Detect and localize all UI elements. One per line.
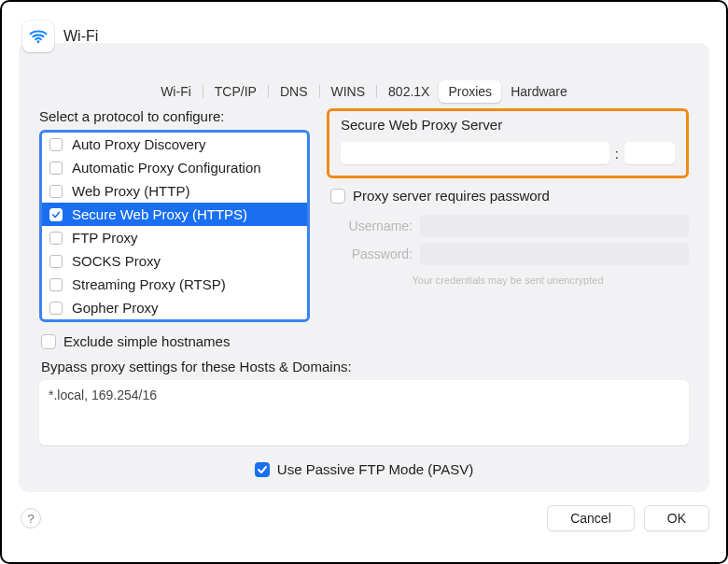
tab-separator <box>268 85 269 98</box>
tab-802-1x[interactable]: 802.1X <box>379 80 439 103</box>
requires-password-checkbox[interactable] <box>330 189 345 204</box>
protocol-checkbox[interactable] <box>49 232 63 245</box>
page-title: Wi-Fi <box>63 28 98 45</box>
protocol-list[interactable]: Auto Proxy DiscoveryAutomatic Proxy Conf… <box>39 130 310 322</box>
exclude-hostnames-checkbox[interactable] <box>41 334 56 349</box>
tab-wi-fi[interactable]: Wi-Fi <box>151 80 201 103</box>
host-port-separator: : <box>615 146 619 162</box>
protocol-checkbox[interactable] <box>49 208 63 221</box>
wifi-icon <box>22 21 54 52</box>
ok-button[interactable]: OK <box>644 505 709 531</box>
protocol-label: FTP Proxy <box>72 230 138 246</box>
tab-bar: Wi-FiTCP/IPDNSWINS802.1XProxiesHardware <box>39 80 689 103</box>
protocol-label: Streaming Proxy (RTSP) <box>72 276 226 292</box>
dialog-footer: ? Cancel OK <box>19 505 709 531</box>
protocol-item[interactable]: Secure Web Proxy (HTTPS) <box>42 203 307 226</box>
proxy-host-input[interactable] <box>341 142 609 164</box>
tab-wins[interactable]: WINS <box>322 80 375 103</box>
network-proxies-dialog: Wi-Fi Wi-FiTCP/IPDNSWINS802.1XProxiesHar… <box>2 2 726 544</box>
pasv-checkbox[interactable] <box>255 462 270 477</box>
protocol-checkbox[interactable] <box>49 162 63 175</box>
protocol-label: Gopher Proxy <box>72 300 159 316</box>
tab-dns[interactable]: DNS <box>271 80 317 103</box>
tab-proxies[interactable]: Proxies <box>439 80 501 103</box>
proxy-server-title: Secure Web Proxy Server <box>341 117 675 133</box>
pasv-label: Use Passive FTP Mode (PASV) <box>277 461 473 477</box>
tab-hardware[interactable]: Hardware <box>501 80 577 103</box>
tab-separator <box>319 85 320 98</box>
protocol-item[interactable]: Auto Proxy Discovery <box>42 133 307 156</box>
tab-separator <box>203 85 203 98</box>
protocol-label: Web Proxy (HTTP) <box>72 183 189 199</box>
cancel-button[interactable]: Cancel <box>547 505 635 531</box>
protocol-item[interactable]: Streaming Proxy (RTSP) <box>42 273 307 296</box>
password-label: Password: <box>327 247 420 261</box>
protocol-checkbox[interactable] <box>49 302 63 315</box>
protocol-item[interactable]: Gopher Proxy <box>42 296 307 319</box>
requires-password-label: Proxy server requires password <box>353 188 550 204</box>
username-label: Username: <box>327 219 420 233</box>
tab-tcp-ip[interactable]: TCP/IP <box>205 80 266 103</box>
protocol-label: Automatic Proxy Configuration <box>72 160 261 176</box>
protocol-item[interactable]: FTP Proxy <box>42 226 307 249</box>
username-input[interactable] <box>420 215 689 237</box>
bypass-label: Bypass proxy settings for these Hosts & … <box>41 359 689 374</box>
svg-point-0 <box>37 40 40 43</box>
proxy-detail-column: Secure Web Proxy Server : Proxy server r… <box>327 108 689 286</box>
protocol-checkbox[interactable] <box>49 185 63 198</box>
protocol-column: Select a protocol to configure: Auto Pro… <box>39 108 310 322</box>
settings-panel: Wi-FiTCP/IPDNSWINS802.1XProxiesHardware … <box>19 43 709 492</box>
protocol-checkbox[interactable] <box>49 255 63 268</box>
protocol-label: Auto Proxy Discovery <box>72 136 205 152</box>
protocol-item[interactable]: Web Proxy (HTTP) <box>42 179 307 203</box>
protocol-label: SOCKS Proxy <box>72 253 161 269</box>
proxy-port-input[interactable] <box>624 142 675 164</box>
exclude-hostnames-label: Exclude simple hostnames <box>63 333 230 349</box>
protocol-checkbox[interactable] <box>49 138 63 151</box>
tab-separator <box>376 85 377 98</box>
proxy-server-box: Secure Web Proxy Server : <box>327 108 689 178</box>
protocol-item[interactable]: Automatic Proxy Configuration <box>42 156 307 179</box>
help-button[interactable]: ? <box>21 508 41 529</box>
credentials-note: Your credentials may be sent unencrypted <box>327 275 689 286</box>
protocol-label: Secure Web Proxy (HTTPS) <box>72 206 247 222</box>
protocol-item[interactable]: SOCKS Proxy <box>42 249 307 273</box>
select-protocol-label: Select a protocol to configure: <box>39 108 310 124</box>
bypass-textarea[interactable] <box>39 380 689 445</box>
password-input[interactable] <box>420 243 689 265</box>
protocol-checkbox[interactable] <box>49 278 63 291</box>
